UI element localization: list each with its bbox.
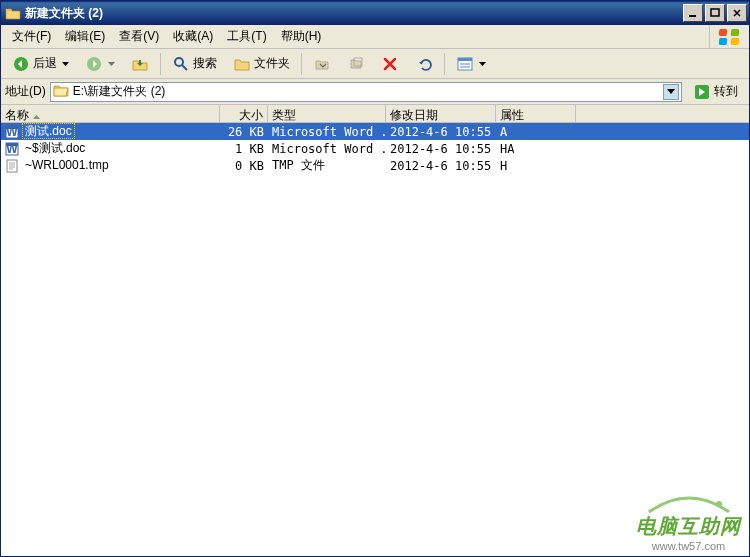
file-row[interactable]: W~$测试.doc1 KBMicrosoft Word ...2012-4-6 … bbox=[1, 140, 749, 157]
separator bbox=[444, 53, 445, 75]
file-size: 26 KB bbox=[220, 125, 268, 139]
undo-button[interactable] bbox=[408, 52, 440, 76]
menu-favorites[interactable]: 收藏(A) bbox=[166, 25, 220, 48]
folder-icon bbox=[53, 83, 69, 100]
menu-help[interactable]: 帮助(H) bbox=[274, 25, 329, 48]
column-size[interactable]: 大小 bbox=[220, 105, 268, 122]
window-title: 新建文件夹 (2) bbox=[25, 5, 683, 22]
address-dropdown-button[interactable] bbox=[663, 84, 679, 100]
move-to-icon bbox=[313, 55, 331, 73]
address-label: 地址(D) bbox=[5, 83, 46, 100]
file-name-cell: ~WRL0001.tmp bbox=[1, 158, 220, 173]
file-attr: H bbox=[496, 159, 576, 173]
file-date: 2012-4-6 10:55 bbox=[386, 142, 496, 156]
close-button[interactable] bbox=[727, 4, 747, 22]
address-bar: 地址(D) E:\新建文件夹 (2) 转到 bbox=[1, 79, 749, 105]
chevron-down-icon bbox=[108, 62, 115, 66]
svg-text:W: W bbox=[6, 125, 18, 139]
minimize-button[interactable] bbox=[683, 4, 703, 22]
file-type: Microsoft Word ... bbox=[268, 142, 386, 156]
file-row[interactable]: W测试.doc26 KBMicrosoft Word ...2012-4-6 1… bbox=[1, 123, 749, 140]
folder-icon bbox=[5, 6, 21, 20]
copy-to-icon bbox=[347, 55, 365, 73]
file-name-cell: W测试.doc bbox=[1, 123, 220, 140]
svg-point-4 bbox=[175, 58, 183, 66]
menu-edit[interactable]: 编辑(E) bbox=[58, 25, 112, 48]
file-size: 1 KB bbox=[220, 142, 268, 156]
chevron-down-icon bbox=[62, 62, 69, 66]
file-type: TMP 文件 bbox=[268, 157, 386, 174]
file-attr: A bbox=[496, 125, 576, 139]
back-icon bbox=[12, 55, 30, 73]
undo-icon bbox=[415, 55, 433, 73]
column-type[interactable]: 类型 bbox=[268, 105, 386, 122]
menu-bar: 文件(F) 编辑(E) 查看(V) 收藏(A) 工具(T) 帮助(H) bbox=[1, 25, 749, 49]
search-label: 搜索 bbox=[193, 55, 217, 72]
delete-button[interactable] bbox=[374, 52, 406, 76]
address-input[interactable]: E:\新建文件夹 (2) bbox=[50, 82, 682, 102]
move-to-button[interactable] bbox=[306, 52, 338, 76]
folders-icon bbox=[233, 55, 251, 73]
file-row[interactable]: ~WRL0001.tmp0 KBTMP 文件2012-4-6 10:55H bbox=[1, 157, 749, 174]
file-size: 0 KB bbox=[220, 159, 268, 173]
word-file-icon: W bbox=[5, 125, 21, 139]
title-bar: 新建文件夹 (2) bbox=[1, 1, 749, 25]
folder-up-icon bbox=[131, 55, 149, 73]
svg-rect-15 bbox=[7, 160, 17, 172]
copy-to-button[interactable] bbox=[340, 52, 372, 76]
go-label: 转到 bbox=[714, 83, 738, 100]
chevron-down-icon bbox=[479, 62, 486, 66]
file-attr: HA bbox=[496, 142, 576, 156]
file-name-cell: W~$测试.doc bbox=[1, 140, 220, 157]
file-name: ~WRL0001.tmp bbox=[23, 158, 111, 172]
column-name[interactable]: 名称 bbox=[1, 105, 220, 122]
views-icon bbox=[456, 55, 474, 73]
address-path: E:\新建文件夹 (2) bbox=[73, 83, 659, 100]
menu-tools[interactable]: 工具(T) bbox=[220, 25, 273, 48]
file-list[interactable]: W测试.doc26 KBMicrosoft Word ...2012-4-6 1… bbox=[1, 123, 749, 543]
back-label: 后退 bbox=[33, 55, 57, 72]
file-name: ~$测试.doc bbox=[23, 141, 87, 155]
search-icon bbox=[172, 55, 190, 73]
svg-rect-7 bbox=[458, 58, 472, 61]
tmp-file-icon bbox=[5, 159, 21, 173]
file-date: 2012-4-6 10:55 bbox=[386, 125, 496, 139]
back-button[interactable]: 后退 bbox=[5, 52, 76, 76]
forward-icon bbox=[85, 55, 103, 73]
folders-label: 文件夹 bbox=[254, 55, 290, 72]
sort-asc-icon bbox=[33, 108, 40, 122]
separator bbox=[301, 53, 302, 75]
svg-text:W: W bbox=[6, 142, 18, 156]
menu-view[interactable]: 查看(V) bbox=[112, 25, 166, 48]
up-button[interactable] bbox=[124, 52, 156, 76]
file-date: 2012-4-6 10:55 bbox=[386, 159, 496, 173]
separator bbox=[160, 53, 161, 75]
delete-icon bbox=[381, 55, 399, 73]
svg-rect-1 bbox=[711, 9, 719, 16]
forward-button[interactable] bbox=[78, 52, 122, 76]
maximize-button[interactable] bbox=[705, 4, 725, 22]
column-date[interactable]: 修改日期 bbox=[386, 105, 496, 122]
search-button[interactable]: 搜索 bbox=[165, 52, 224, 76]
windows-logo-icon bbox=[709, 25, 747, 49]
toolbar: 后退 搜索 文件夹 bbox=[1, 49, 749, 79]
go-icon bbox=[693, 83, 711, 101]
file-type: Microsoft Word ... bbox=[268, 125, 386, 139]
column-headers: 名称 大小 类型 修改日期 属性 bbox=[1, 105, 749, 123]
go-button[interactable]: 转到 bbox=[686, 80, 745, 104]
column-attributes[interactable]: 属性 bbox=[496, 105, 576, 122]
file-name: 测试.doc bbox=[23, 124, 74, 138]
menu-file[interactable]: 文件(F) bbox=[5, 25, 58, 48]
svg-rect-0 bbox=[689, 15, 696, 17]
folders-button[interactable]: 文件夹 bbox=[226, 52, 297, 76]
views-button[interactable] bbox=[449, 52, 493, 76]
word-file-icon: W bbox=[5, 142, 21, 156]
